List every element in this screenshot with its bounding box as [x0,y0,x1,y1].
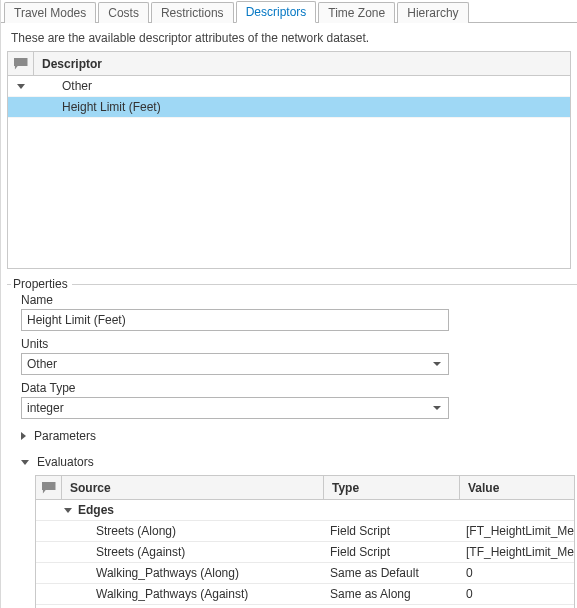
properties-title: Properties [11,277,72,291]
units-label: Units [21,337,577,351]
units-select[interactable]: Other [21,353,449,375]
message-icon [42,482,56,494]
data-type-select-value: integer [27,401,64,415]
message-column-header [36,476,62,499]
descriptor-group-label: Other [34,79,92,93]
descriptors-header: Descriptor [8,52,570,76]
parameters-toggle[interactable]: Parameters [7,423,577,449]
tab-restrictions[interactable]: Restrictions [151,2,234,23]
properties-section: Properties Name Height Limit (Feet) Unit… [7,277,577,608]
cell-type: Same as Default [324,566,460,580]
data-type-label: Data Type [21,381,577,395]
descriptor-column-title: Descriptor [34,57,102,71]
cell-source: Streets (Along) [62,524,324,538]
evaluators-toggle[interactable]: Evaluators [7,449,577,475]
name-field-value: Height Limit (Feet) [27,313,126,327]
cell-value: [TF_HeightLimit_Meters]/0.3048 [460,545,574,559]
name-label: Name [21,293,577,307]
page-description: These are the available descriptor attri… [1,23,577,51]
cell-value: 0 [460,566,574,580]
cell-value: 0 [460,587,574,601]
cell-source: Streets (Against) [62,545,324,559]
chevron-down-icon [433,362,441,366]
tab-costs[interactable]: Costs [98,2,149,23]
tab-descriptors[interactable]: Descriptors [236,1,317,23]
table-row[interactable]: Streets (Along) Field Script [FT_HeightL… [36,521,574,542]
descriptors-list: Descriptor Other Height Limit (Feet) [7,51,571,269]
chevron-down-icon [17,84,25,89]
table-row[interactable]: Walking_Pathways (Against) Same as Along… [36,584,574,605]
message-column-header [8,52,34,75]
tab-bar: Travel Modes Costs Restrictions Descript… [1,0,577,23]
evaluators-label: Evaluators [37,455,94,469]
message-icon [14,58,28,70]
cell-source: Walking_Pathways (Against) [62,587,324,601]
evaluator-group-label: Edges [78,503,114,517]
evaluator-group-row[interactable]: Edges [36,500,574,521]
descriptor-group-row[interactable]: Other [8,76,570,97]
chevron-down-icon [64,508,72,513]
cell-type: Field Script [324,545,460,559]
units-select-value: Other [27,357,57,371]
data-type-select[interactable]: integer [21,397,449,419]
cell-type: Same as Along [324,587,460,601]
descriptor-item-selected[interactable]: Height Limit (Feet) [8,97,570,118]
cell-value: [FT_HeightLimit_Meters]/0.3048 [460,524,574,538]
tab-travel-modes[interactable]: Travel Modes [4,2,96,23]
chevron-down-icon [21,460,29,465]
cell-type: Field Script [324,524,460,538]
value-column-header[interactable]: Value [460,476,574,499]
name-field[interactable]: Height Limit (Feet) [21,309,449,331]
table-row[interactable]: Walking_Pathways (Along) Same as Default… [36,563,574,584]
chevron-down-icon [433,406,441,410]
tab-time-zone[interactable]: Time Zone [318,2,395,23]
descriptor-item-label: Height Limit (Feet) [34,100,161,114]
source-column-header[interactable]: Source [62,476,324,499]
type-column-header[interactable]: Type [324,476,460,499]
parameters-label: Parameters [34,429,96,443]
cell-source: Walking_Pathways (Along) [62,566,324,580]
evaluators-header: Source Type Value [36,476,574,500]
chevron-right-icon [21,432,26,440]
table-row[interactable]: Streets (Against) Field Script [TF_Heigh… [36,542,574,563]
tab-hierarchy[interactable]: Hierarchy [397,2,468,23]
evaluators-table: Source Type Value Edges Streets (Along) … [35,475,575,608]
